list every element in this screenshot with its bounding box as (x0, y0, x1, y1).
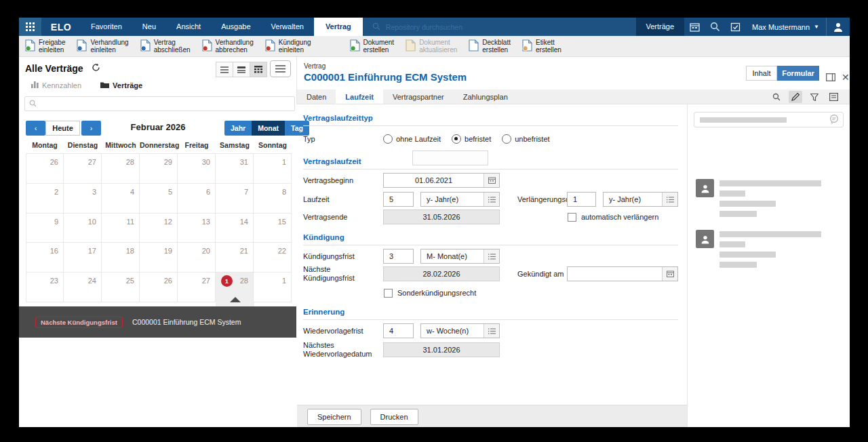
detail-view-button[interactable] (233, 62, 250, 77)
speichern-button[interactable]: Speichern (307, 409, 361, 425)
date-picker-icon[interactable] (662, 267, 677, 281)
search-icon[interactable] (770, 91, 783, 103)
context-button-vertraege[interactable]: Verträge (636, 18, 685, 36)
menu-tab-vertrag[interactable]: Vertrag (314, 18, 363, 36)
event-count-badge[interactable]: 1 (221, 275, 233, 287)
refresh-icon[interactable] (92, 63, 100, 74)
calendar-view-jahr[interactable]: Jahr (224, 121, 252, 136)
avatar-icon[interactable] (826, 18, 850, 36)
drucken-button[interactable]: Drucken (370, 409, 418, 425)
wiedervorlagefrist-unit-select[interactable]: w- Woche(n) (420, 323, 500, 338)
calendar-day-cell[interactable]: 18 (102, 243, 140, 273)
calendar-day-cell[interactable]: 16 (26, 243, 64, 273)
toolbar-item-dokument-erstellen[interactable]: Dokumenterstellen (350, 39, 395, 54)
next-month-button[interactable]: › (81, 121, 101, 136)
calendar-day-cell[interactable]: 29 (140, 154, 178, 184)
calendar-day-cell[interactable]: 5 (140, 184, 178, 214)
list-select-icon[interactable] (662, 193, 677, 206)
calendar-day-cell[interactable]: 25 (102, 273, 140, 302)
list-select-icon[interactable] (484, 193, 499, 206)
menu-item-ausgabe[interactable]: Ausgabe (211, 18, 260, 36)
calendar-day-cell[interactable]: 27 (178, 273, 216, 302)
filter-icon[interactable] (808, 91, 821, 103)
date-picker-icon[interactable] (484, 174, 499, 187)
toolbar-item-deckblatt-erstellen[interactable]: Deckblatterstellen (469, 39, 511, 54)
automatisch-verlaengern-checkbox[interactable]: automatisch verlängern (568, 209, 658, 224)
toolbar-item-verhandlung-einleiten[interactable]: Verhandlungeinleiten (77, 39, 128, 54)
calendar-day-cell[interactable]: 15 (254, 214, 292, 243)
today-button[interactable]: Heute (45, 121, 80, 136)
tasks-icon[interactable] (725, 18, 745, 36)
calendar-day-cell[interactable]: 22 (254, 243, 292, 273)
calendar-day-cell[interactable]: 3 (64, 184, 102, 214)
calendar-day-cell[interactable]: 8 (254, 184, 292, 214)
calendar-day-cell[interactable]: 12 (140, 214, 178, 243)
calendar-day-cell[interactable]: 1 (254, 154, 292, 184)
radio-icon[interactable] (502, 134, 511, 144)
checkbox-icon[interactable] (568, 213, 576, 222)
gekuendigt-am-input[interactable] (567, 266, 678, 281)
wiedervorlagefrist-value-input[interactable]: 4 (383, 323, 414, 338)
kuendigungsfrist-value-input[interactable]: 3 (383, 249, 414, 264)
panel-menu-button[interactable] (270, 60, 291, 77)
radio-option-ohne-laufzeit[interactable]: ohne Laufzeit (383, 134, 441, 144)
verlaengerungsdauer-unit-select[interactable]: y- Jahr(e) (603, 192, 678, 207)
calendar-day-cell[interactable]: 28 (102, 154, 140, 184)
empty-field[interactable] (412, 150, 488, 165)
laufzeit-value-input[interactable]: 5 (383, 192, 414, 207)
toolbar-item-vertrag-abschlie-en[interactable]: Vertragabschließen (140, 39, 191, 54)
calendar-day-cell[interactable]: 26 (140, 273, 178, 302)
calendar-day-cell[interactable]: 11 (102, 214, 140, 243)
calendar-view-button[interactable] (250, 62, 267, 77)
tab-kennzahlen[interactable]: Kennzahlen (31, 81, 81, 89)
calendar-day-cell[interactable]: 1 (254, 273, 292, 302)
detach-window-icon[interactable] (826, 72, 835, 84)
calendar-day-cell[interactable]: 2 (26, 184, 64, 214)
contracts-search-input[interactable] (24, 96, 295, 111)
close-icon[interactable]: ✕ (842, 72, 850, 83)
user-menu[interactable]: Max Mustermann ▼ (745, 18, 826, 36)
contract-tab-vertragspartner[interactable]: Vertragspartner (383, 89, 454, 104)
calendar-day-cell[interactable]: 24 (64, 273, 102, 302)
calendar-day-cell[interactable]: 9 (26, 214, 64, 243)
search-icon[interactable] (705, 18, 725, 36)
radio-option-befristet[interactable]: befristet (452, 134, 491, 144)
list-select-icon[interactable] (484, 249, 499, 263)
toolbar-item-etikett-erstellen[interactable]: Etiketterstellen (522, 39, 561, 54)
radio-icon[interactable] (452, 134, 461, 144)
calendar-day-cell[interactable]: 19 (140, 243, 178, 273)
vertragsbeginn-input[interactable]: 01.06.2021 (383, 173, 500, 188)
event-popup[interactable]: Nächste Kündigungsfrist C000001 Einführu… (19, 306, 296, 338)
formular-button[interactable]: Formular (777, 66, 819, 81)
calendar-day-cell[interactable]: 10 (64, 214, 102, 243)
prev-month-button[interactable]: ‹ (26, 121, 45, 136)
calendar-day-cell[interactable]: 27 (64, 154, 102, 184)
calendar-day-cell[interactable]: 31 (216, 154, 254, 184)
tab-vertraege[interactable]: Verträge (100, 81, 142, 89)
calendar-day-cell[interactable]: 30 (178, 154, 216, 184)
menu-item-verwalten[interactable]: Verwalten (261, 18, 314, 36)
toolbar-item-verhandlung-abbrechen[interactable]: Verhandlungabbrechen (202, 39, 254, 54)
radio-icon[interactable] (383, 134, 393, 144)
inhalt-button[interactable]: Inhalt (746, 66, 777, 81)
calendar-day-cell[interactable]: 17 (64, 243, 102, 273)
feed-comment-input[interactable] (694, 112, 844, 127)
kuendigungsfrist-unit-select[interactable]: M- Monat(e) (420, 249, 500, 264)
sonderkuendigungsrecht-checkbox[interactable]: Sonderkündigungsrecht (384, 285, 476, 300)
calendar-day-cell[interactable]: 23 (26, 273, 64, 302)
list-view-button[interactable] (216, 62, 233, 77)
laufzeit-unit-select[interactable]: y- Jahr(e) (420, 192, 500, 207)
calendar-day-cell[interactable]: 21 (216, 243, 254, 273)
calendar-day-cell[interactable]: 4 (102, 184, 140, 214)
calendar-day-cell[interactable]: 13 (178, 214, 216, 243)
radio-option-unbefristet[interactable]: unbefristet (502, 134, 549, 144)
menu-item-ansicht[interactable]: Ansicht (166, 18, 211, 36)
menu-item-favoriten[interactable]: Favoriten (81, 18, 132, 36)
contract-tab-daten[interactable]: Daten (297, 89, 336, 104)
calendar-day-cell[interactable]: 6 (178, 184, 216, 214)
toolbar-item-k-ndigung-einleiten[interactable]: Kündigungeinleiten (265, 39, 311, 54)
checkbox-icon[interactable] (384, 289, 393, 298)
edit-icon[interactable] (789, 91, 802, 103)
contract-tab-laufzeit[interactable]: Laufzeit (336, 89, 383, 104)
calendar-day-cell[interactable]: 26 (26, 154, 64, 184)
